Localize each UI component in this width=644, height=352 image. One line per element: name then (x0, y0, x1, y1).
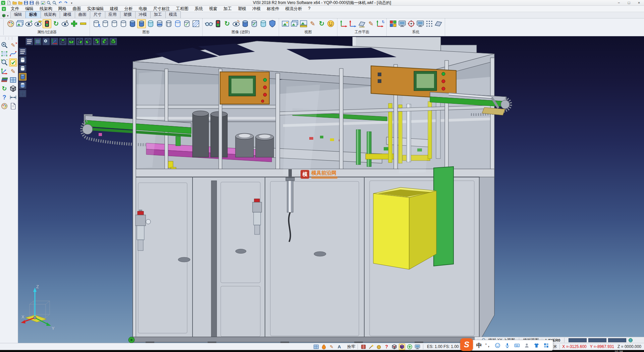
viewport-origin-icon[interactable] (51, 38, 58, 45)
red-book-icon[interactable] (360, 344, 367, 350)
tab-模流[interactable]: 模流 (165, 11, 181, 18)
capture-icon[interactable] (41, 0, 46, 5)
select-rectangle-icon[interactable] (0, 50, 8, 58)
snap-lock-toggle[interactable]: 拴牢 (347, 344, 355, 350)
close-button[interactable]: × (634, 0, 644, 5)
refresh-views-icon[interactable]: ↻ (317, 19, 326, 28)
paint-attributes-icon[interactable] (0, 102, 8, 110)
color-swatch-3[interactable] (608, 338, 626, 342)
menu-5[interactable]: 曲面 (70, 6, 84, 12)
help-icon[interactable]: ? (0, 93, 8, 101)
menu-6[interactable]: 实体编辑 (84, 6, 107, 12)
annotate-eye-icon[interactable]: ✎ (232, 19, 240, 28)
regen-model-icon[interactable]: ↻ (0, 85, 8, 93)
render-shaded-icon[interactable] (19, 73, 26, 81)
menu-12[interactable]: 系统 (192, 6, 206, 12)
half-shaded-icon[interactable] (155, 19, 164, 28)
menu-8[interactable]: 分析 (121, 6, 136, 12)
view-side-cube-icon[interactable] (76, 38, 84, 45)
shade-quality-icon[interactable] (241, 19, 250, 28)
validate-check-icon[interactable] (9, 58, 17, 67)
clip-window-icon[interactable] (313, 344, 319, 350)
print-icon[interactable] (35, 0, 40, 5)
menu-19[interactable]: ? (305, 6, 314, 12)
ime-skin-icon[interactable] (533, 342, 540, 349)
menu-10[interactable]: 尺寸标注 (150, 6, 173, 12)
note-pencil-icon[interactable]: ✎ (328, 344, 335, 350)
undo-icon[interactable]: ↶ (58, 0, 63, 5)
purple-cube-icon[interactable] (399, 344, 405, 350)
sogou-logo-icon[interactable]: S (460, 338, 473, 351)
wire-shade-icon[interactable] (164, 19, 173, 28)
menu-1[interactable]: 文件 (8, 6, 22, 12)
tab-标准[interactable]: 标准 (25, 11, 41, 18)
preview-glasses-icon[interactable] (205, 19, 213, 28)
attributes-palette-icon[interactable] (0, 76, 8, 84)
viewport-zoom-icon[interactable] (42, 38, 50, 45)
validate-shade-icon[interactable]: ✓ (250, 19, 259, 28)
tab-dropdown-icon[interactable]: ▾ (7, 14, 9, 17)
refresh-filter-icon[interactable]: ↻ (52, 19, 60, 28)
view-shaded-cube-icon[interactable] (109, 38, 117, 45)
render-semitransparent-icon[interactable] (19, 81, 26, 89)
attributes-paint-icon[interactable] (6, 19, 15, 28)
workplane-alt-icon[interactable] (348, 19, 357, 28)
plane-refresh-icon[interactable]: ↻ (376, 19, 384, 28)
render-wire-icon[interactable] (19, 56, 26, 64)
tab-线架构[interactable]: 线架构 (41, 11, 60, 18)
save-icon[interactable] (23, 0, 29, 5)
freehand-sketch-icon[interactable]: ✎ (9, 67, 17, 75)
ime-language-toggle[interactable]: 中 (476, 342, 482, 349)
ime-keyboard-icon[interactable] (514, 342, 520, 349)
status-help-icon[interactable]: ? (383, 344, 390, 350)
shaded-edges-icon[interactable] (137, 19, 146, 28)
menu-13[interactable]: 视窗 (206, 6, 220, 12)
regen-graphics-icon[interactable]: ↻ (92, 19, 101, 28)
menu-14[interactable]: 加工 (220, 6, 235, 12)
x-cube-icon[interactable]: ✕ (391, 344, 397, 350)
material-icon[interactable] (259, 19, 268, 28)
open-recent-icon[interactable] (18, 0, 23, 5)
snap-target-icon[interactable] (407, 19, 416, 28)
menu-3[interactable]: 线架构 (37, 6, 55, 12)
sketch-view-icon[interactable]: ✎ (308, 19, 317, 28)
render-wireframe-icon[interactable] (19, 90, 26, 97)
zoom-inout-icon[interactable]: +− (0, 58, 8, 67)
tab-曲面[interactable]: 曲面 (75, 11, 90, 18)
globe-icon[interactable] (628, 338, 633, 343)
toolbar-grip[interactable] (1, 19, 4, 35)
hiddenline-mode-icon[interactable] (110, 19, 119, 28)
show-add-icon[interactable]: + (24, 19, 33, 28)
menu-16[interactable]: 冲模 (249, 6, 264, 12)
hide-remove-icon[interactable] (34, 19, 42, 28)
filter-toggle-icon[interactable] (43, 19, 51, 28)
layers-window-icon[interactable] (9, 76, 17, 84)
wire-blue-icon[interactable] (173, 19, 182, 28)
wireframe-mode-icon[interactable] (101, 19, 110, 28)
color-swatch-2[interactable] (588, 338, 606, 342)
render-refresh-icon[interactable]: ↻ (223, 19, 231, 28)
tab-冲模[interactable]: 冲模 (135, 11, 151, 18)
solid-cube-icon[interactable] (9, 85, 17, 93)
new-file-icon[interactable] (6, 0, 11, 5)
export-sheet-icon[interactable] (9, 102, 17, 110)
qat-dropdown-icon[interactable]: ▾ (69, 0, 74, 5)
saved-view-icon[interactable] (281, 19, 290, 28)
screen-config-icon[interactable] (416, 19, 425, 28)
tab-尺寸[interactable]: 尺寸 (90, 11, 105, 18)
zoom-preview-icon[interactable] (0, 41, 8, 49)
color-grid-icon[interactable] (389, 19, 397, 28)
panel-grip[interactable]: ⋮⋮⋮ (4, 37, 14, 40)
ime-punctuation-toggle[interactable]: ’， (485, 342, 491, 348)
strip-menu-icon[interactable] (19, 48, 26, 55)
flame-mark-icon[interactable] (321, 344, 327, 350)
minimize-button[interactable]: − (614, 0, 624, 5)
view-top-cube-icon[interactable] (59, 38, 67, 45)
view-iso2-cube-icon[interactable] (93, 38, 100, 45)
zoom-window-icon[interactable] (46, 0, 51, 5)
view-ruler-icon[interactable] (299, 19, 308, 28)
ime-toolbox-icon[interactable] (543, 342, 549, 349)
ime-emoji-icon[interactable] (494, 342, 501, 349)
tab-编辑[interactable]: 编辑 (10, 11, 26, 18)
point-grid-icon[interactable] (425, 19, 434, 28)
